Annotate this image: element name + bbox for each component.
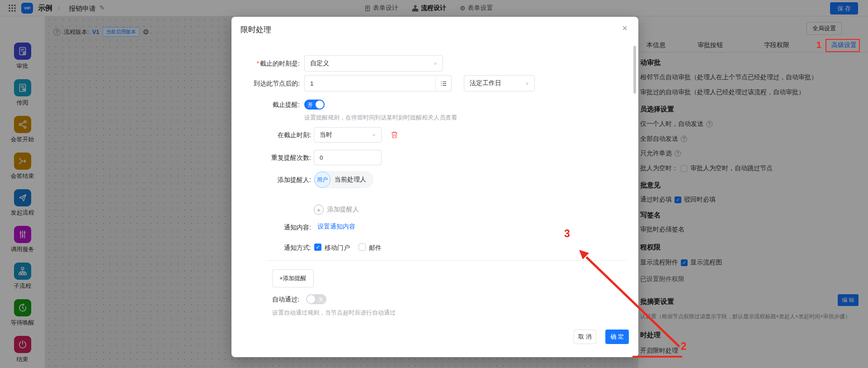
- confirm-button[interactable]: 确 定: [605, 330, 629, 344]
- dialog-title: 限时处理: [241, 24, 271, 35]
- mobile-portal-checkbox[interactable]: ✓: [314, 244, 321, 251]
- set-notify-content-link[interactable]: 设置通知内容: [317, 223, 355, 231]
- at-deadline-label: 在截止时刻:: [240, 127, 311, 143]
- toggle-state-text: 开: [307, 101, 313, 109]
- reminder-person-chip[interactable]: 用户 当前处理人: [314, 171, 373, 188]
- toggle-knob: [307, 295, 315, 303]
- label-text: 截止的时刻是:: [260, 60, 300, 67]
- delete-reminder-icon[interactable]: [391, 131, 398, 140]
- auto-pass-label: 自动通过:: [272, 294, 305, 304]
- notify-content-label: 通知内容:: [240, 223, 311, 232]
- add-person-label: 添加提醒人:: [240, 171, 311, 188]
- after-node-label: 到达此节点后的:: [240, 75, 300, 91]
- dialog-scrollbar[interactable]: [633, 46, 636, 94]
- deadline-reminder-label: 截止提醒:: [240, 100, 300, 110]
- chevron-down-icon: ∨: [525, 81, 529, 86]
- chevron-down-icon: ∨: [372, 133, 376, 137]
- chevron-down-icon: ∨: [434, 61, 437, 66]
- annotation-number-1: 1: [816, 40, 821, 50]
- toggle-state-text: 关: [318, 296, 324, 304]
- toggle-knob: [316, 100, 324, 109]
- section-divider: [267, 260, 627, 261]
- reminder-hint: 设置提醒规则，在停留时间到达某时刻时提醒相关人员查看: [304, 114, 457, 122]
- email-label: 邮件: [369, 244, 382, 252]
- annotation-underline: [632, 356, 682, 358]
- formula-list-button[interactable]: [435, 75, 452, 91]
- timed-processing-dialog: 限时处理 × *截止的时刻是: 自定义 ∨ 到达此节点后的: 法定工作日 ∨ 截…: [231, 17, 638, 357]
- add-reminder-button[interactable]: +添加提醒: [272, 269, 314, 287]
- repeat-count-label: 重复提醒次数:: [240, 150, 311, 165]
- screen: VIP 示例 › 报销申请 ✎ 表单设计 流程设计 ⚙ 表单设置 保 存: [0, 0, 868, 368]
- add-reminder-person-button[interactable]: + 添加提醒人: [314, 205, 359, 215]
- auto-pass-toggle[interactable]: 关: [306, 294, 326, 304]
- deadline-select[interactable]: 自定义 ∨: [304, 55, 443, 72]
- duration-input[interactable]: [304, 75, 436, 91]
- at-deadline-select[interactable]: 当时 ∨: [314, 127, 382, 143]
- select-value: 自定义: [310, 59, 329, 67]
- select-value: 法定工作日: [470, 79, 501, 87]
- notify-method-label: 通知方式:: [240, 244, 311, 252]
- cancel-button[interactable]: 取 消: [574, 330, 596, 344]
- button-label: 添加提醒人: [327, 206, 359, 214]
- person-name: 当前处理人: [335, 176, 366, 184]
- time-unit-select[interactable]: 法定工作日 ∨: [464, 75, 535, 91]
- required-mark: *: [257, 60, 259, 67]
- deadline-label: *截止的时刻是:: [240, 55, 300, 72]
- user-avatar: 用户: [314, 172, 330, 188]
- annotation-number-2: 2: [681, 340, 687, 353]
- repeat-count-input[interactable]: [314, 150, 382, 165]
- auto-pass-hint: 设置自动通过规则，当节点超时后进行自动通过: [272, 309, 396, 317]
- select-value: 当时: [320, 131, 332, 139]
- email-checkbox[interactable]: [359, 244, 366, 251]
- plus-circle-icon: +: [314, 205, 324, 215]
- mobile-portal-label: 移动门户: [325, 244, 350, 252]
- close-icon[interactable]: ×: [622, 23, 627, 33]
- deadline-reminder-toggle[interactable]: 开: [304, 100, 325, 110]
- annotation-box-advanced-settings: [826, 39, 860, 52]
- annotation-number-3: 3: [564, 228, 570, 240]
